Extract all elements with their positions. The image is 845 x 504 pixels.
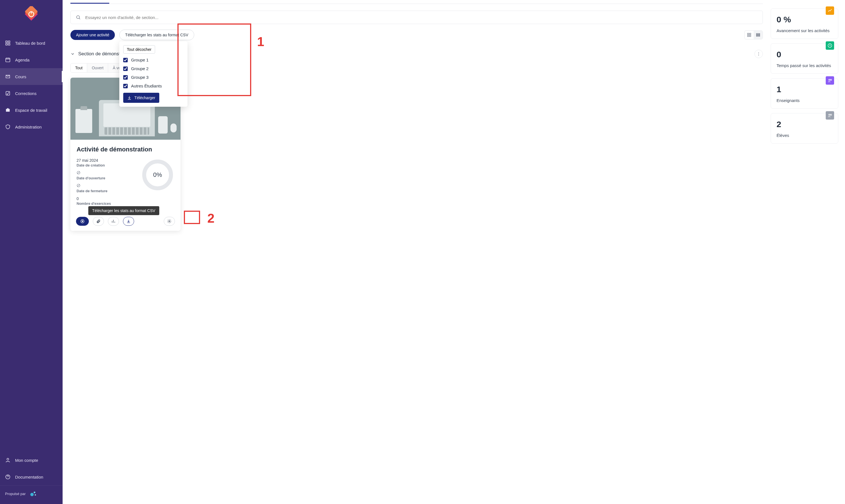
group1-checkbox[interactable] bbox=[123, 58, 128, 62]
group3-checkbox[interactable] bbox=[123, 75, 128, 79]
csv-popup: Tout décocher Groupe 1 Groupe 2 Groupe 3… bbox=[119, 41, 187, 107]
cisstech-logo-icon bbox=[29, 489, 37, 498]
sidebar-item-courses[interactable]: Cours bbox=[0, 68, 62, 85]
briefcase-icon bbox=[5, 107, 11, 113]
play-button[interactable] bbox=[76, 217, 89, 226]
activity-settings-button[interactable] bbox=[164, 217, 175, 226]
group2-checkbox[interactable] bbox=[123, 67, 128, 71]
user-icon bbox=[5, 457, 11, 463]
sidebar-item-corrections[interactable]: Corrections bbox=[0, 85, 62, 102]
group-checkbox-row[interactable]: Groupe 1 bbox=[123, 57, 184, 62]
svg-point-43 bbox=[830, 114, 832, 116]
download-csv-button[interactable]: Télécharger les stats au format CSV bbox=[119, 30, 194, 40]
group-checkbox-row[interactable]: Autres Étudiants bbox=[123, 84, 184, 88]
dashboard-icon bbox=[5, 40, 11, 46]
users-icon bbox=[827, 113, 832, 118]
tab-groups[interactable]: Groupes bbox=[192, 0, 217, 4]
main-content: Vue d'ensemble Enseignants Élèves Groupe… bbox=[62, 0, 771, 504]
time-badge-icon bbox=[826, 41, 834, 50]
sidebar-item-label: Agenda bbox=[15, 57, 30, 62]
list-view-button[interactable] bbox=[754, 31, 762, 39]
logo bbox=[0, 0, 62, 28]
other-students-checkbox[interactable] bbox=[123, 84, 128, 88]
svg-rect-28 bbox=[756, 34, 760, 34]
sidebar-item-workspace[interactable]: Espace de travail bbox=[0, 102, 62, 119]
open-date-value bbox=[76, 171, 132, 176]
tab-overview[interactable]: Vue d'ensemble bbox=[70, 0, 109, 4]
download-tooltip: Télécharger les stats au format CSV bbox=[88, 206, 159, 215]
svg-rect-7 bbox=[8, 43, 10, 45]
download-button[interactable] bbox=[123, 217, 134, 226]
teachers-badge-icon bbox=[826, 76, 834, 85]
shield-icon bbox=[5, 124, 11, 130]
no-date-icon bbox=[76, 183, 80, 187]
svg-point-12 bbox=[30, 493, 34, 496]
close-date-label: Date de fermeture bbox=[76, 189, 132, 193]
sidebar-item-doc[interactable]: Documentation bbox=[0, 469, 62, 485]
confirm-download-button[interactable]: Télécharger bbox=[123, 93, 159, 103]
exercise-count-label: Nombre d'exercices bbox=[76, 201, 132, 205]
filter-open[interactable]: Ouvert bbox=[87, 64, 108, 72]
svg-point-32 bbox=[758, 54, 759, 54]
calendar-icon bbox=[5, 57, 11, 62]
svg-point-14 bbox=[35, 494, 36, 496]
attachment-button[interactable] bbox=[93, 217, 104, 226]
uncheck-all-button[interactable]: Tout décocher bbox=[123, 45, 155, 54]
powered-by-label: Propulsé par bbox=[5, 492, 26, 496]
search-input[interactable] bbox=[85, 15, 757, 20]
svg-point-10 bbox=[7, 458, 9, 460]
courses-icon bbox=[5, 74, 11, 79]
top-tabs: Vue d'ensemble Enseignants Élèves Groupe… bbox=[70, 0, 763, 4]
users-icon bbox=[827, 78, 832, 83]
sidebar-item-account[interactable]: Mon compte bbox=[0, 452, 62, 469]
svg-rect-26 bbox=[748, 35, 749, 37]
progress-badge-icon bbox=[826, 6, 834, 15]
svg-rect-24 bbox=[748, 33, 749, 35]
sidebar-item-label: Administration bbox=[15, 125, 42, 129]
group-checkbox-row[interactable]: Groupe 2 bbox=[123, 66, 184, 71]
annotation-label-1: 1 bbox=[257, 34, 264, 49]
created-date-label: Date de création bbox=[76, 163, 132, 167]
group-label: Groupe 2 bbox=[131, 66, 149, 71]
group-checkbox-row[interactable]: Groupe 3 bbox=[123, 75, 184, 79]
app-logo-icon bbox=[23, 6, 39, 22]
stat-label: Temps passé sur les activités bbox=[776, 63, 832, 68]
svg-point-41 bbox=[830, 79, 832, 81]
grid-view-button[interactable] bbox=[745, 31, 754, 39]
stats-column: 0 % Avancement sur les activités 0 Temps… bbox=[771, 0, 845, 504]
svg-point-13 bbox=[34, 492, 35, 493]
tab-settings[interactable]: Paramètres bbox=[227, 0, 257, 4]
add-activity-button[interactable]: Ajouter une activité bbox=[70, 30, 115, 40]
download-icon bbox=[126, 219, 131, 223]
search-bar[interactable] bbox=[70, 11, 763, 24]
sidebar-item-dashboard[interactable]: Tableau de bord bbox=[0, 35, 62, 51]
bar-chart-icon bbox=[111, 219, 116, 223]
sidebar-nav: Tableau de bord Agenda Cours Corrections… bbox=[0, 35, 62, 485]
sidebar-item-label: Mon compte bbox=[15, 458, 38, 463]
sidebar-item-label: Espace de travail bbox=[15, 108, 47, 113]
close-date-value bbox=[76, 183, 132, 188]
stat-value: 1 bbox=[776, 85, 832, 94]
filter-all[interactable]: Tout bbox=[71, 64, 87, 72]
stat-value: 0 % bbox=[776, 15, 832, 24]
activity-actions bbox=[70, 214, 180, 231]
sidebar-item-agenda[interactable]: Agenda bbox=[0, 51, 62, 68]
stat-progress: 0 % Avancement sur les activités bbox=[771, 8, 838, 39]
sidebar-item-label: Corrections bbox=[15, 91, 37, 96]
section-menu-button[interactable] bbox=[754, 50, 763, 58]
svg-point-40 bbox=[829, 79, 830, 81]
sidebar-item-admin[interactable]: Administration bbox=[0, 119, 62, 135]
svg-point-38 bbox=[169, 221, 170, 222]
chart-button[interactable] bbox=[108, 217, 119, 226]
stat-teachers: 1 Enseignants bbox=[771, 78, 838, 109]
tab-teachers[interactable]: Enseignants bbox=[119, 0, 151, 4]
svg-rect-6 bbox=[6, 43, 7, 45]
svg-rect-29 bbox=[756, 35, 760, 35]
download-icon bbox=[127, 95, 132, 100]
tab-students[interactable]: Élèves bbox=[162, 0, 182, 4]
progress-ring: 0% bbox=[141, 158, 174, 192]
stat-label: Élèves bbox=[776, 133, 832, 138]
annotation-box-2 bbox=[184, 211, 200, 224]
stat-students: 2 Élèves bbox=[771, 113, 838, 144]
view-toggle bbox=[744, 31, 763, 39]
